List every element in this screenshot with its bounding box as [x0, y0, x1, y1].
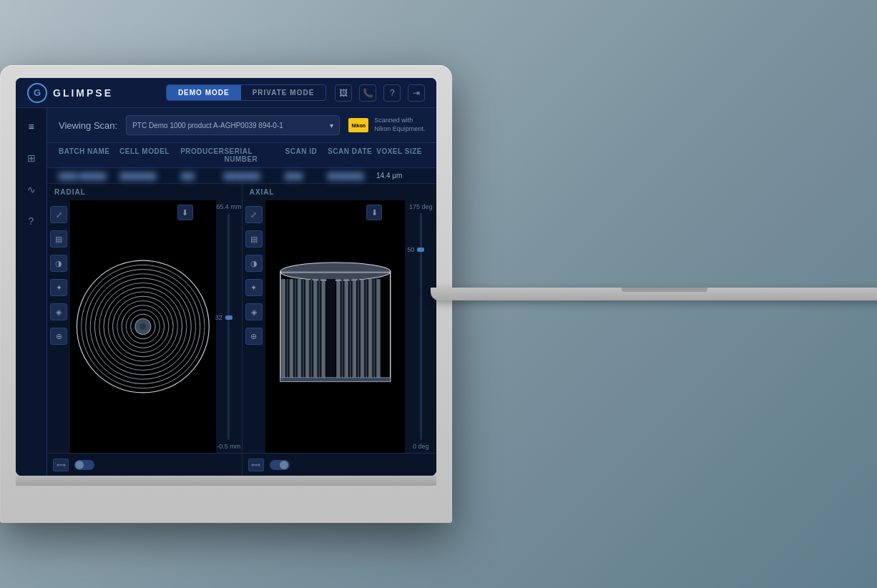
radial-slider-top-label: 65.4 mm — [216, 203, 241, 210]
chart-icon: ∿ — [27, 184, 36, 195]
axial-panel-bottom: ⟺ — [242, 453, 437, 476]
scan-panels: RADIAL ⤢ ▤ ◑ ✦ ◈ ⊕ — [47, 184, 436, 476]
sidebar-item-grid[interactable]: ⊞ — [21, 148, 41, 168]
logo-icon: G — [27, 83, 47, 103]
svg-rect-39 — [376, 279, 381, 379]
nikon-text: Scanned withNikon Equipment. — [374, 117, 425, 133]
axial-contrast-button[interactable]: ◑ — [245, 255, 263, 272]
question-icon: ? — [29, 215, 34, 227]
brightness-tool-button[interactable]: ✦ — [50, 279, 67, 296]
svg-rect-27 — [321, 279, 325, 379]
axial-slider-top-label: 175 deg — [409, 203, 433, 210]
mode-toggle: DEMO MODE PRIVATE MODE — [166, 84, 326, 101]
nikon-label: Nikon — [352, 123, 366, 128]
svg-rect-31 — [344, 279, 348, 379]
axial-ruler-button[interactable]: ⟺ — [248, 459, 264, 471]
svg-rect-41 — [280, 272, 391, 273]
radial-toggle[interactable] — [74, 460, 94, 470]
col-batch-name: Batch Name — [59, 147, 119, 163]
topbar: G GLIMPSE DEMO MODE PRIVATE MODE 🖼 📞 ? ⇥ — [16, 78, 436, 108]
cell-voxel-size: 14.4 μm — [376, 172, 425, 180]
col-serial-number: Serial Number — [224, 147, 285, 163]
svg-rect-38 — [373, 279, 376, 379]
axial-download-button[interactable]: ⬇ — [366, 205, 382, 220]
axial-brightness-button[interactable]: ✦ — [245, 279, 263, 296]
svg-rect-22 — [302, 279, 304, 379]
radial-slider-thumb[interactable]: 32 — [225, 315, 232, 320]
logout-icon[interactable]: ⇥ — [408, 84, 425, 102]
svg-rect-17 — [281, 279, 285, 379]
col-producer: Producer — [180, 147, 224, 163]
svg-point-16 — [280, 263, 391, 280]
histogram-tool-button[interactable]: ▤ — [50, 230, 67, 248]
radial-slider-mid-label: 32 — [215, 314, 222, 321]
scan-id-value: ████ — [285, 172, 303, 180]
help-icon[interactable]: ? — [383, 84, 401, 102]
radial-panel-body: ⤢ ▤ ◑ ✦ ◈ ⊕ ⬇ — [47, 200, 242, 453]
axial-histogram-button[interactable]: ▤ — [245, 230, 263, 248]
crosshair-tool-button[interactable]: ⊕ — [50, 328, 67, 345]
radial-toggle-knob — [75, 461, 84, 469]
scan-date-value: ████████ — [328, 172, 364, 180]
nikon-badge: Nikon Scanned withNikon Equipment. — [348, 117, 425, 133]
ruler-button[interactable]: ⟺ — [53, 459, 69, 471]
scan-dropdown-value: PTC Demo 1000 product A-AGHP0039 894-0-1 — [132, 122, 283, 129]
scan-dropdown[interactable]: PTC Demo 1000 product A-AGHP0039 894-0-1… — [126, 115, 340, 135]
viewing-bar: Viewing Scan: PTC Demo 1000 product A-AG… — [47, 108, 436, 143]
axial-expand-button[interactable]: ⤢ — [245, 206, 263, 223]
svg-rect-32 — [349, 279, 351, 379]
axial-slider-thumb[interactable]: 50 — [417, 248, 424, 252]
radial-panel-bottom: ⟺ — [47, 453, 242, 476]
cell-cell-model: ████████ — [119, 172, 180, 180]
radial-slider-track[interactable]: 32 — [227, 213, 230, 440]
svg-rect-19 — [289, 279, 293, 379]
radial-slider-bot-label: -0.5 mm — [217, 443, 240, 450]
radial-download-button[interactable]: ⬇ — [177, 205, 193, 220]
svg-rect-26 — [318, 279, 320, 379]
cell-serial-number: ████████ — [224, 172, 285, 180]
sidebar-item-help[interactable]: ? — [21, 211, 41, 231]
svg-rect-25 — [313, 279, 318, 379]
axial-tools: ⤢ ▤ ◑ ✦ ◈ ⊕ — [242, 200, 265, 453]
axial-toggle-knob — [280, 461, 288, 469]
radial-scan-svg — [70, 200, 216, 453]
radial-panel: RADIAL ⤢ ▤ ◑ ✦ ◈ ⊕ — [47, 184, 242, 476]
radial-tools: ⤢ ▤ ◑ ✦ ◈ ⊕ — [47, 200, 70, 453]
expand-tool-button[interactable]: ⤢ — [50, 206, 67, 223]
svg-rect-34 — [357, 279, 359, 379]
phone-icon[interactable]: 📞 — [359, 84, 376, 102]
cell-scan-date: ████████ — [328, 172, 376, 180]
axial-crosshair-button[interactable]: ⊕ — [245, 328, 263, 345]
keyboard-area — [16, 476, 436, 486]
nikon-logo: Nikon — [348, 118, 368, 132]
main-layout: ≡ ⊞ ∿ ? Viewing Scan: — [16, 108, 436, 476]
sidebar-item-analytics[interactable]: ∿ — [21, 180, 41, 200]
svg-rect-37 — [368, 279, 373, 379]
svg-rect-28 — [326, 279, 335, 379]
radial-panel-header: RADIAL — [47, 184, 242, 200]
demo-mode-button[interactable]: DEMO MODE — [167, 85, 241, 100]
image-icon[interactable]: 🖼 — [335, 84, 352, 102]
axial-slider-track[interactable]: 50 — [420, 213, 422, 440]
laptop-shell: G GLIMPSE DEMO MODE PRIVATE MODE 🖼 📞 ? ⇥ — [0, 65, 452, 523]
axial-sharpen-button[interactable]: ◈ — [245, 303, 263, 320]
svg-rect-36 — [365, 279, 367, 379]
axial-panel-header: AXIAL — [242, 184, 437, 200]
svg-rect-29 — [336, 279, 340, 379]
svg-rect-24 — [310, 279, 313, 379]
cell-model-value: ████████ — [119, 172, 156, 180]
sharpen-tool-button[interactable]: ◈ — [50, 303, 67, 320]
radial-image-area: ⬇ — [70, 200, 216, 453]
axial-scan-svg — [265, 200, 406, 453]
contrast-tool-button[interactable]: ◑ — [50, 255, 67, 272]
grid-icon: ⊞ — [27, 152, 36, 164]
svg-rect-21 — [297, 279, 301, 379]
logo-area: G GLIMPSE — [27, 83, 113, 103]
radial-v-slider: 65.4 mm 32 -0.5 mm — [216, 200, 242, 453]
laptop-base — [431, 288, 877, 300]
axial-toggle[interactable] — [270, 460, 290, 470]
axial-slider-mid-label: 50 — [407, 246, 414, 253]
private-mode-button[interactable]: PRIVATE MODE — [241, 85, 326, 100]
svg-rect-20 — [294, 279, 296, 379]
sidebar-item-menu[interactable]: ≡ — [21, 117, 41, 137]
